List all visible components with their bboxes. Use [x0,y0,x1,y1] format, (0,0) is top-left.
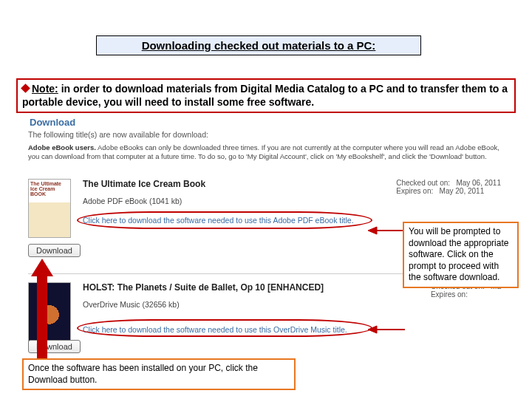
item-thumbnail [28,282,71,341]
callout-software-prompt: You will be prompted to download the app… [403,222,519,288]
download-button[interactable]: Download [28,340,81,353]
software-prompt-link[interactable]: Click here to download the software need… [83,216,393,225]
expires-on-label: Expires on: [396,187,433,195]
download-item: HOLST: The Planets / Suite de Ballet, Op… [28,282,501,360]
adobe-warning-lead: Adobe eBook users. [28,143,96,151]
expires-on-label: Expires on: [431,290,468,299]
item-subtitle: Adobe PDF eBook (1041 kb) [83,197,182,205]
diamond-bullet-icon [21,83,30,93]
item-subtitle: OverDrive Music (32656 kb) [83,300,180,309]
checked-out-label: Checked out on: [396,179,450,187]
checked-out-date: May 06, 2011 [456,179,501,187]
expires-on-date: May 20, 2011 [440,187,485,195]
callout-download-button: Once the software has been installed on … [22,358,296,390]
download-section-header: Download [30,117,75,128]
item-dates: Checked out on: May 06, 2011 Expires on:… [396,179,501,195]
adobe-warning: Adobe eBook users. Adobe eBooks can only… [28,143,501,162]
adobe-warning-body: Adobe eBooks can only be downloaded thre… [28,143,499,160]
note-box: Note: in order to download materials fro… [16,78,516,113]
availability-line: The following title(s) are now available… [28,130,208,139]
item-thumbnail: The Ultimate Ice Cream BOOK [28,179,71,238]
item-title: The Ultimate Ice Cream Book [83,179,205,189]
page-title-text: Downloading checked out materials to a P… [142,39,376,52]
item-title: HOLST: The Planets / Suite de Ballet, Op… [83,282,324,293]
note-lead: Note: [32,83,58,95]
download-button[interactable]: Download [28,244,81,257]
note-body: in order to download materials from Digi… [22,83,508,108]
software-prompt-link[interactable]: Click here to download the software need… [83,325,393,334]
page-title: Downloading checked out materials to a P… [96,35,421,55]
